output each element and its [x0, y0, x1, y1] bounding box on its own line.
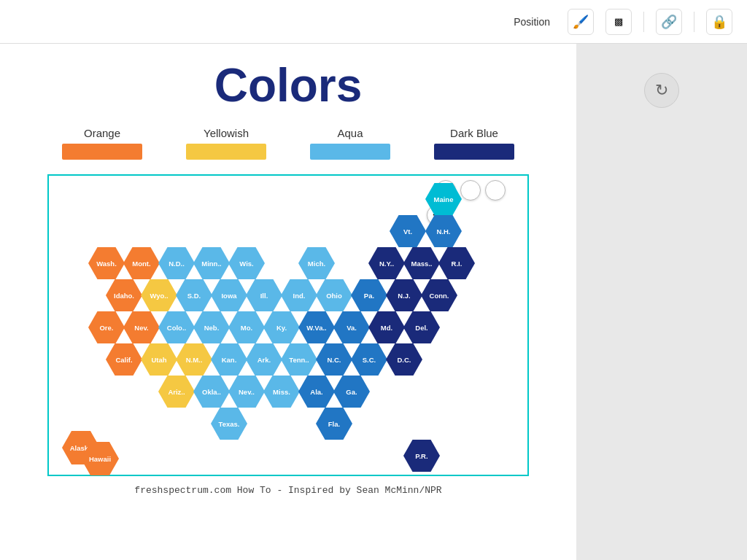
state-nh[interactable]: N.H.: [425, 215, 462, 247]
state-ariz[interactable]: Ariz..: [158, 376, 195, 408]
state-maine[interactable]: Maine: [425, 183, 462, 215]
state-pa[interactable]: Pa.: [351, 279, 387, 311]
refresh-button[interactable]: ↻: [644, 73, 679, 108]
state-wva[interactable]: W.Va..: [298, 311, 335, 343]
state-nev[interactable]: Nev.: [123, 311, 160, 343]
legend-label-orange: Orange: [84, 127, 120, 139]
state-nj[interactable]: N.J.: [386, 279, 422, 311]
legend-item-yellowish: Yellowish: [186, 127, 266, 160]
page-title: Colors: [29, 58, 547, 112]
state-idaho[interactable]: Idaho.: [106, 279, 142, 311]
state-mich[interactable]: Mich.: [298, 247, 335, 279]
toolbar: Position 🖌️ ▩ 🔗 🔒: [0, 0, 747, 44]
color-legend: Orange Yellowish Aqua Dark Blue: [29, 127, 547, 160]
legend-item-orange: Orange: [62, 127, 142, 160]
legend-item-dark-blue: Dark Blue: [434, 127, 514, 160]
swatch-orange: [62, 144, 142, 160]
state-ark[interactable]: Ark.: [246, 343, 282, 376]
state-wash[interactable]: Wash.: [88, 247, 125, 279]
lock-icon[interactable]: 🔒: [706, 9, 732, 35]
state-sc[interactable]: S.C.: [351, 343, 387, 376]
state-pr[interactable]: P.R.: [403, 440, 440, 472]
checkerboard-icon[interactable]: ▩: [605, 9, 632, 35]
state-ohio[interactable]: Ohio: [316, 279, 352, 311]
state-nm[interactable]: N.M..: [176, 343, 212, 376]
state-sd[interactable]: S.D.: [176, 279, 212, 311]
state-kan[interactable]: Kan.: [211, 343, 247, 376]
state-ind[interactable]: Ind.: [281, 279, 317, 311]
state-wis[interactable]: Wis.: [228, 247, 265, 279]
toolbar-divider: [643, 12, 644, 32]
state-okla[interactable]: Okla..: [193, 376, 230, 408]
swatch-aqua: [310, 144, 390, 160]
legend-item-aqua: Aqua: [310, 127, 390, 160]
state-ky[interactable]: Ky.: [263, 311, 300, 343]
main-content: Colors Orange Yellowish Aqua Dark Blue ↻…: [0, 44, 576, 560]
state-mont[interactable]: Mont.: [123, 247, 160, 279]
swatch-yellowish: [186, 144, 266, 160]
state-ore[interactable]: Ore.: [88, 311, 125, 343]
state-utah[interactable]: Utah: [141, 343, 177, 376]
legend-label-dark-blue: Dark Blue: [450, 127, 498, 139]
side-panel: ↻: [576, 44, 747, 560]
state-wyo[interactable]: Wyo..: [141, 279, 177, 311]
link-icon[interactable]: 🔗: [656, 9, 682, 35]
position-label: Position: [514, 16, 550, 28]
state-minn[interactable]: Minn..: [193, 247, 230, 279]
state-ill[interactable]: Ill.: [246, 279, 282, 311]
state-dc[interactable]: D.C.: [386, 343, 422, 376]
state-tenn[interactable]: Tenn..: [281, 343, 317, 376]
state-ri[interactable]: R.I.: [438, 247, 475, 279]
state-colo[interactable]: Colo..: [158, 311, 195, 343]
state-md[interactable]: Md.: [368, 311, 405, 343]
state-texas[interactable]: Texas.: [211, 408, 247, 440]
state-neb[interactable]: Neb.: [193, 311, 230, 343]
map-container: ↻ ✛ Alaska Hawaii Maine Vt. N.H. Wash. M…: [47, 174, 529, 476]
state-ala[interactable]: Ala.: [298, 376, 335, 408]
legend-label-aqua: Aqua: [337, 127, 363, 139]
paint-roller-icon[interactable]: 🖌️: [568, 9, 594, 35]
state-fla[interactable]: Fla.: [316, 408, 352, 440]
state-vt[interactable]: Vt.: [390, 215, 426, 247]
hex-map: Alaska Hawaii Maine Vt. N.H. Wash. Mont.…: [62, 183, 514, 467]
state-nd[interactable]: N.D..: [158, 247, 195, 279]
state-nc[interactable]: N.C.: [316, 343, 352, 376]
footer-text: freshspectrum.com How To - Inspired by S…: [29, 485, 547, 496]
state-miss[interactable]: Miss.: [263, 376, 300, 408]
state-mass[interactable]: Mass..: [403, 247, 440, 279]
state-conn[interactable]: Conn.: [421, 279, 457, 311]
state-ga[interactable]: Ga.: [333, 376, 370, 408]
state-mo[interactable]: Mo.: [228, 311, 265, 343]
legend-label-yellowish: Yellowish: [204, 127, 249, 139]
state-ny[interactable]: N.Y..: [368, 247, 405, 279]
state-nev2[interactable]: Nev..: [228, 376, 265, 408]
state-del[interactable]: Del.: [403, 311, 440, 343]
toolbar-divider-2: [694, 12, 694, 32]
swatch-dark-blue: [434, 144, 514, 160]
state-iowa[interactable]: Iowa: [211, 279, 247, 311]
state-calif[interactable]: Calif.: [106, 343, 142, 376]
state-va[interactable]: Va.: [333, 311, 370, 343]
